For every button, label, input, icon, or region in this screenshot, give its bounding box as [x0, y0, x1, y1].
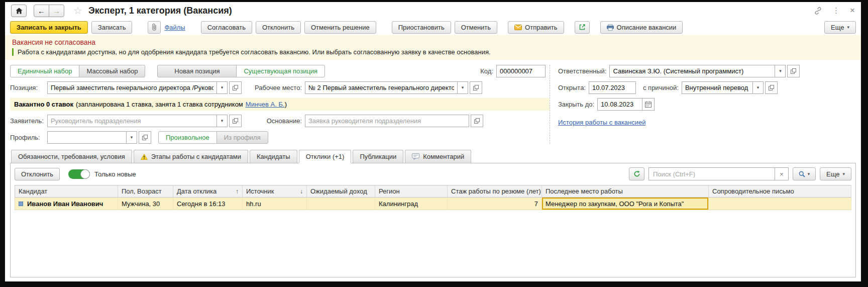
home-button[interactable] [11, 5, 27, 17]
workplace-choose-button[interactable] [470, 81, 482, 94]
basis-choose-button[interactable] [471, 115, 483, 127]
col-date[interactable]: Дата отклика↑ [173, 185, 243, 198]
tab-publications[interactable]: Публикации [353, 150, 403, 163]
applicant-input[interactable] [47, 115, 217, 127]
position-dropdown-button[interactable]: ▾ [217, 81, 228, 94]
search-input[interactable] [648, 167, 775, 180]
profile-from-button[interactable]: Из профиля [216, 131, 268, 144]
cell-experience[interactable]: 7 [448, 198, 542, 210]
response-reject-button[interactable]: Отклонить [15, 168, 60, 180]
profile-input[interactable] [47, 131, 127, 144]
opened-input[interactable] [589, 81, 636, 94]
tab-responses[interactable]: Отклики (+1) [299, 150, 352, 163]
search-options-button[interactable]: ▾ [793, 167, 816, 180]
save-and-close-button[interactable]: Записать и закрыть [10, 21, 88, 34]
position-new-button[interactable]: Новая позиция [157, 65, 237, 77]
forward-button[interactable]: → [49, 5, 64, 17]
refresh-button[interactable] [629, 167, 644, 180]
toolbar-more-button[interactable]: Еще ▾ [824, 21, 856, 34]
applicant-choose-button[interactable] [229, 115, 242, 127]
profile-custom-button[interactable]: Произвольное [158, 131, 217, 144]
favorite-star-icon[interactable]: ☆ [73, 5, 82, 17]
responses-more-button[interactable]: Еще ▾ [820, 167, 851, 180]
suspend-button[interactable]: Приостановить [392, 21, 451, 34]
app-window: ← → ☆ Эксперт, 1 категория (Вакансия) ⋮ … [5, 2, 861, 281]
vacancy-description-button[interactable]: Описание вакансии [600, 21, 683, 34]
caret-down-icon: ▾ [842, 172, 845, 176]
toggle-knob [80, 169, 90, 179]
cell-last-job-selected[interactable]: Менеджер по закупкам, ООО "Рога и Копыта… [542, 198, 709, 210]
vacant-info-strip: Вакантно 0 ставок (запланирована 1 ставк… [10, 98, 550, 111]
profile-dropdown-button[interactable]: ▾ [127, 131, 137, 144]
workplace-dropdown-button[interactable]: ▾ [458, 81, 468, 94]
close-until-input[interactable] [597, 98, 642, 111]
open-in-new-window-button[interactable] [575, 21, 590, 34]
col-source[interactable]: Источник↓ [243, 185, 307, 198]
profile-choose-button[interactable] [139, 131, 151, 144]
cell-date[interactable]: Сегодня в 16:13 [173, 198, 243, 210]
workplace-input[interactable] [305, 81, 458, 94]
applicant-label: Заявитель: [10, 117, 47, 125]
basis-input[interactable] [305, 115, 469, 127]
col-region[interactable]: Регион [375, 185, 448, 198]
kebab-menu-icon[interactable]: ⋮ [832, 6, 840, 15]
tab-duties[interactable]: Обязанности, требования, условия [11, 150, 132, 163]
vacant-suffix: ) [285, 101, 287, 108]
message-accent-bar [12, 48, 14, 56]
position-choose-button[interactable] [229, 81, 242, 94]
choose-icon [142, 135, 148, 140]
basis-label: Основание: [253, 117, 302, 125]
only-new-toggle[interactable] [68, 169, 90, 179]
responsible-choose-button[interactable] [787, 65, 800, 77]
table-row[interactable]: Иванов Иван Иванович Мужчина, 30 Сегодня… [15, 198, 851, 210]
col-cover-letter[interactable]: Сопроводительное письмо [709, 185, 851, 198]
reason-choose-button[interactable] [765, 81, 778, 94]
search-clear-button[interactable]: × [775, 167, 789, 180]
workplace-label: Рабочее место: [253, 84, 302, 91]
cancel-button[interactable]: Отменить [455, 21, 497, 34]
history-row: История работы с вакансией [558, 115, 856, 127]
cancel-decision-button[interactable]: Отменить решение [304, 21, 376, 34]
responsible-input[interactable] [609, 65, 775, 77]
recruit-mass-button[interactable]: Массовый набор [79, 65, 145, 77]
col-experience[interactable]: Стаж работы по резюме (лет) [448, 185, 542, 198]
col-gender-age[interactable]: Пол, Возраст [118, 185, 173, 198]
position-input[interactable] [47, 81, 217, 94]
reject-button[interactable]: Отклонить [256, 21, 301, 34]
recruit-single-button[interactable]: Единичный набор [10, 65, 79, 77]
cell-gender-age[interactable]: Мужчина, 30 [118, 198, 173, 210]
position-existing-button[interactable]: Существующая позиция [236, 65, 325, 77]
applicant-dropdown-button[interactable]: ▾ [217, 115, 228, 127]
close-icon[interactable]: × [850, 6, 855, 16]
files-link[interactable]: Файлы [164, 24, 185, 31]
calendar-button[interactable] [642, 98, 655, 111]
employee-link[interactable]: Минчев А. Б. [246, 101, 285, 108]
tab-candidates[interactable]: Кандидаты [250, 150, 297, 163]
responses-toolbar: Отклонить Только новые × ▾ Еще ▾ [11, 163, 855, 183]
send-button[interactable]: Отправить [508, 21, 564, 34]
save-button[interactable]: Записать [91, 21, 133, 34]
cell-income[interactable] [307, 198, 375, 210]
code-input[interactable] [496, 65, 546, 77]
caret-down-icon: ▾ [221, 85, 224, 90]
vacancy-history-link[interactable]: История работы с вакансией [558, 119, 646, 126]
col-income[interactable]: Ожидаемый доход [307, 185, 375, 198]
approve-button[interactable]: Согласовать [201, 21, 252, 34]
back-button[interactable]: ← [34, 5, 49, 17]
attachments-button[interactable] [148, 21, 161, 34]
responsible-dropdown-button[interactable]: ▾ [775, 65, 786, 77]
choose-icon [769, 85, 774, 90]
cell-candidate[interactable]: Иванов Иван Иванович [15, 198, 118, 210]
tab-comment[interactable]: Комментарий [405, 150, 471, 163]
col-last-job[interactable]: Последнее место работы [542, 185, 709, 198]
reason-dropdown-button[interactable]: ▾ [753, 81, 764, 94]
tab-stages[interactable]: Этапы работы с кандидатами [134, 150, 248, 163]
cell-cover-letter[interactable] [709, 198, 851, 210]
reason-input[interactable] [682, 81, 753, 94]
col-candidate[interactable]: Кандидат [15, 185, 118, 198]
search-field: × [648, 167, 789, 180]
warning-triangle-icon [141, 154, 148, 160]
link-icon[interactable] [814, 7, 822, 15]
cell-source[interactable]: hh.ru [243, 198, 307, 210]
cell-region[interactable]: Калининград [375, 198, 448, 210]
